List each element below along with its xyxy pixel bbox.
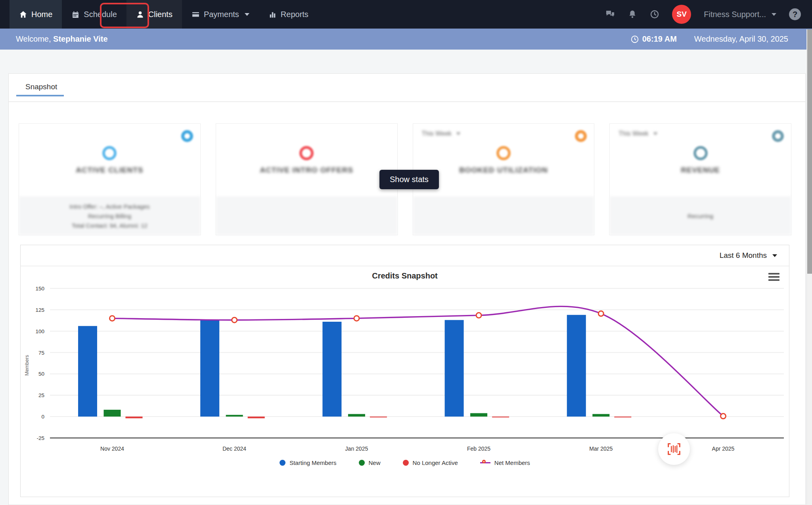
nav-item-label: Schedule [84,10,117,19]
welcome-message: Welcome, Stephanie Vite [16,35,108,44]
stat-card-active-clients: ACTIVE CLIENTS Intro Offer: –, Active Pa… [19,123,201,235]
svg-text:Members: Members [24,355,30,376]
legend-marker [280,460,285,466]
bar-no-longer-active [126,417,143,418]
chevron-down-icon [456,132,460,135]
chart-range-dropdown[interactable]: Last 6 Months [720,251,777,260]
chart-title: Credits Snapshot [21,271,789,280]
legend-label: Starting Members [289,459,336,466]
account-label: Fitness Support... [704,10,766,19]
range-dropdown[interactable]: This Week [619,130,657,137]
legend-marker [403,460,409,466]
nav-item-reports[interactable]: Reports [259,0,318,29]
svg-text:75: 75 [38,350,44,356]
net-members-marker [476,313,481,318]
bar-starting-members [445,320,464,417]
hamburger-menu-icon[interactable] [768,273,779,282]
person-icon [136,10,144,19]
nav-item-schedule[interactable]: Schedule [62,0,126,29]
legend-marker [480,460,490,466]
legend-item-starting-members[interactable]: Starting Members [280,459,336,466]
range-dropdown[interactable]: This Week [422,130,460,137]
welcome-bar: Welcome, Stephanie Vite 06:19 AM Wednesd… [0,29,812,50]
clock-icon [630,35,639,44]
net-members-marker [598,311,603,316]
nav-item-home[interactable]: Home [10,0,62,29]
svg-text:125: 125 [35,307,44,313]
stat-card-booked-utilization: This Week BOOKED UTILIZATION [413,123,595,235]
stat-card-title: ACTIVE CLIENTS [76,166,143,175]
tab-active-underline [16,95,64,96]
show-stats-button[interactable]: Show stats [379,170,439,189]
chart-svg: 1501251007550250-25MembersNov 2024Dec 20… [21,282,789,457]
ring-icon [496,146,511,160]
credit-card-icon [192,10,200,19]
home-icon [19,10,27,19]
nav-item-label: Reports [281,10,308,19]
chart-header: Last 6 Months [21,245,789,266]
dashboard-panel: Snapshot ACTIVE CLIENTS Intro Offer: –, … [8,73,806,505]
legend-item-no-longer-active[interactable]: No Longer Active [403,459,458,466]
net-members-marker [354,316,359,321]
chat-icon[interactable] [605,10,615,19]
legend-item-new[interactable]: New [359,459,381,466]
stat-card-footer [216,197,397,235]
nav-item-payments[interactable]: Payments [182,0,259,29]
help-icon[interactable]: ? [789,8,801,20]
svg-text:-25: -25 [36,435,44,441]
net-members-marker [721,414,726,419]
x-axis-label: Apr 2025 [712,445,735,452]
top-nav: Home Schedule Clients Payments Reports S… [0,0,812,29]
legend-label: New [369,459,381,466]
net-members-marker [110,316,115,321]
avatar[interactable]: SV [672,5,691,24]
credits-snapshot-panel: Last 6 Months Credits Snapshot 150125100… [20,245,789,497]
stat-card-footer: Intro Offer: –, Active Packages Recurrin… [19,197,200,235]
tab-snapshot[interactable]: Snapshot [25,83,57,91]
bar-starting-members [567,315,586,417]
x-axis-label: Dec 2024 [222,445,246,452]
bar-chart-icon [268,10,277,19]
nav-utilities: SV Fitness Support... ? [605,0,812,29]
legend-marker [359,460,365,466]
bar-new [348,414,365,417]
bar-no-longer-active [248,417,265,418]
stat-card-title: REVENUE [681,166,720,175]
chevron-down-icon [772,13,776,16]
stat-card-footer [413,197,594,235]
bar-no-longer-active [614,417,631,417]
bar-starting-members [78,326,97,417]
svg-text:0: 0 [41,414,44,420]
legend-item-net-members[interactable]: Net Members [480,459,530,466]
nav-item-label: Clients [148,10,172,19]
stat-card-active-intro-offers: ACTIVE INTRO OFFERS [216,123,398,235]
account-menu[interactable]: Fitness Support... [704,10,776,19]
chevron-down-icon [245,13,249,16]
barcode-scanner-icon[interactable] [658,433,690,465]
nav-item-clients[interactable]: Clients [126,0,182,29]
bar-starting-members [322,322,341,417]
x-axis-label: Nov 2024 [100,445,124,452]
bar-no-longer-active [492,417,509,417]
bar-starting-members [200,320,219,417]
x-axis-label: Mar 2025 [589,445,613,452]
bell-icon[interactable] [628,10,637,19]
chevron-down-icon [772,254,777,257]
nav-menu: Home Schedule Clients Payments Reports [0,0,318,29]
bar-no-longer-active [370,417,387,417]
net-members-marker [232,317,237,323]
clock-icon[interactable] [650,10,659,19]
ring-icon [693,146,708,160]
svg-text:100: 100 [35,328,44,334]
stat-card-title: BOOKED UTILIZATION [459,166,548,175]
x-axis-label: Feb 2025 [467,445,490,452]
svg-text:50: 50 [38,371,44,377]
bar-new [226,415,243,417]
ring-icon [181,130,193,142]
stat-card-title: ACTIVE INTRO OFFERS [260,166,353,175]
tab-bar: Snapshot [9,74,805,102]
scrollbar-thumb[interactable] [807,29,812,274]
stat-card-revenue: This Week REVENUE Recurring [609,123,791,235]
nav-item-label: Home [31,10,52,19]
nav-item-label: Payments [204,10,239,19]
